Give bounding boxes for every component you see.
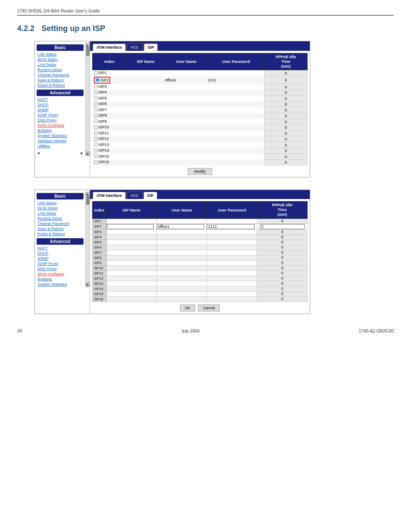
th-pppoe-idle: PPPoE IdleTime(min) — [264, 53, 307, 70]
th2-index: Index — [93, 202, 107, 218]
wan-configure-1[interactable]: WAN Configure — [35, 123, 85, 128]
igmp-proxy-2[interactable]: IGMP Proxy — [35, 261, 85, 266]
tab-isp-1[interactable]: ISP — [143, 43, 159, 51]
scroll-up-2[interactable]: ▲ — [86, 192, 90, 196]
lan-setup-1[interactable]: LAN Setup — [35, 62, 85, 67]
sidebar-scroll-controls-1: ◄ ► — [35, 150, 85, 156]
bridging-2[interactable]: Bridging — [35, 277, 85, 282]
th2-isp-name: ISP Name — [106, 202, 156, 218]
scroll-thumb-1[interactable] — [86, 47, 90, 56]
change-password-1[interactable]: Change Password — [35, 72, 85, 78]
scroll-left-icon[interactable]: ◄ — [37, 151, 40, 155]
modify-btn-row: Modify — [92, 168, 308, 175]
page-header: 1740 SHDSL 2/4-Wire Router User's Guide — [17, 9, 394, 16]
snmp-1[interactable]: SNMP — [35, 107, 85, 112]
save-reboot-2[interactable]: Save & Reboot — [35, 226, 85, 231]
basic-button-2[interactable]: Basic — [37, 193, 84, 199]
lan-setup-2[interactable]: LAN Setup — [35, 211, 85, 216]
main-panel-1: ATM Interface VCC ISP Index ISP Name Use… — [90, 41, 310, 177]
table-area-2: Index ISP Name User Name User Password P… — [90, 199, 310, 313]
section-number: 4.2.2 — [17, 24, 34, 33]
routing-setup-1[interactable]: Routing Setup — [35, 67, 85, 72]
scrollbar-2[interactable]: ▲ ▼ — [85, 192, 90, 287]
advanced-button-2[interactable]: Advanced — [37, 238, 84, 245]
advanced-button-1[interactable]: Advanced — [37, 90, 84, 96]
tab-vcc-2[interactable]: VCC — [127, 192, 143, 199]
dns-proxy-2[interactable]: DNS Proxy — [35, 266, 85, 271]
scroll-up-1[interactable]: ▲ — [86, 43, 90, 47]
page-number: 34 — [17, 329, 22, 333]
modify-button[interactable]: Modify — [188, 168, 212, 175]
tab-bar-1: ATM Interface VCC ISP — [90, 41, 310, 51]
change-password-2[interactable]: Change Password — [35, 221, 85, 226]
scroll-thumb-2[interactable] — [86, 196, 90, 205]
th-isp-name: ISP Name — [126, 53, 165, 70]
napt-1[interactable]: NAPT — [35, 97, 85, 102]
isp-table-1: Index ISP Name User Name User Password P… — [92, 53, 308, 165]
ok-button[interactable]: OK — [180, 305, 195, 311]
dhcp-2[interactable]: DHCP — [35, 251, 85, 256]
system-statistics-1[interactable]: System Statistics — [35, 133, 85, 138]
scroll-track-1 — [86, 47, 90, 152]
link-status-2[interactable]: Link Status — [35, 200, 85, 205]
tab-atm-interface-1[interactable]: ATM Interface — [93, 44, 126, 51]
wan-setup-2[interactable]: WAN Setup — [35, 205, 85, 211]
napt-2[interactable]: NAPT — [35, 246, 85, 251]
screenshot1: Basic Link Status WAN Setup LAN Setup Ro… — [34, 41, 310, 177]
th-index: Index — [93, 53, 127, 70]
th2-user-name: User Name — [156, 202, 206, 218]
page-footer: 34 July 2004 1740-A2-GB20-00 — [17, 326, 394, 333]
scroll-track-2 — [86, 196, 90, 283]
th2-user-password: User Password — [207, 202, 257, 218]
table-area-1: Index ISP Name User Name User Password P… — [90, 51, 310, 177]
scroll-down-1[interactable]: ▼ — [86, 152, 90, 156]
isp-table-2: Index ISP Name User Name User Password P… — [92, 201, 308, 302]
section-title: Setting up an ISP — [41, 24, 105, 33]
wan-configure-2[interactable]: WAN Configure — [35, 271, 85, 277]
dns-proxy-1[interactable]: DNS Proxy — [35, 118, 85, 123]
footer-date: July 2004 — [181, 329, 200, 333]
wan-setup-1[interactable]: WAN Setup — [35, 57, 85, 62]
dhcp-1[interactable]: DHCP — [35, 102, 85, 107]
system-statistics-2[interactable]: System Statistics — [35, 282, 85, 287]
snmp-2[interactable]: SNMP — [35, 256, 85, 261]
erase-reboot-2[interactable]: Erase & Reboot — [35, 231, 85, 236]
link-status-1[interactable]: Link Status — [35, 52, 85, 57]
sidebar1: Basic Link Status WAN Setup LAN Setup Ro… — [35, 41, 90, 177]
interface-monitor-1[interactable]: Interface Monitor — [35, 138, 85, 143]
ok-cancel-btn-row: OK Cancel — [92, 305, 308, 311]
screenshot2: Basic Link Status WAN Setup LAN Setup Ro… — [34, 190, 310, 314]
erase-reboot-1[interactable]: Erase & Reboot — [35, 83, 85, 88]
routing-setup-2[interactable]: Routing Setup — [35, 216, 85, 221]
footer-doc-number: 1740-A2-GB20-00 — [359, 329, 394, 333]
igmp-proxy-1[interactable]: IGMP Proxy — [35, 112, 85, 118]
scrollbar-1[interactable]: ▲ ▼ — [85, 43, 90, 156]
bridging-1[interactable]: Bridging — [35, 128, 85, 133]
sidebar2: Basic Link Status WAN Setup LAN Setup Ro… — [35, 190, 90, 313]
utilities-1[interactable]: Utilities — [35, 143, 85, 149]
basic-button-1[interactable]: Basic — [37, 44, 84, 51]
cancel-button[interactable]: Cancel — [198, 305, 220, 311]
tab-isp-2[interactable]: ISP — [143, 192, 158, 199]
tab-vcc-1[interactable]: VCC — [127, 44, 143, 51]
scroll-right-icon[interactable]: ► — [80, 151, 84, 155]
save-reboot-1[interactable]: Save & Reboot — [35, 78, 85, 83]
main-panel-2: ATM Interface VCC ISP Index ISP Name Use… — [90, 190, 310, 313]
th2-pppoe-idle: PPPoE IdleTime(min) — [257, 202, 308, 218]
tab-bar-2: ATM Interface VCC ISP — [90, 190, 310, 199]
th-user-name: User Name — [165, 53, 208, 70]
th-user-password: User Password — [208, 53, 264, 70]
header-text: 1740 SHDSL 2/4-Wire Router User's Guide — [17, 9, 100, 13]
tab-atm-interface-2[interactable]: ATM Interface — [93, 192, 126, 199]
scroll-down-2[interactable]: ▼ — [86, 283, 90, 287]
